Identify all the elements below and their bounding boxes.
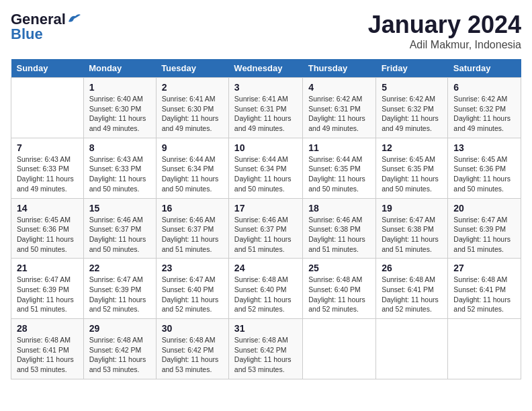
- day-cell: 1Sunrise: 6:40 AM Sunset: 6:30 PM Daylig…: [83, 78, 156, 138]
- day-cell: 18Sunrise: 6:46 AM Sunset: 6:38 PM Dayli…: [303, 198, 376, 259]
- logo-blue: Blue: [11, 26, 43, 43]
- week-row-2: 7Sunrise: 6:43 AM Sunset: 6:33 PM Daylig…: [11, 138, 521, 198]
- day-number: 26: [382, 263, 442, 273]
- logo: General Blue: [11, 11, 82, 43]
- day-number: 20: [453, 203, 515, 214]
- header-day-wednesday: Wednesday: [228, 59, 302, 78]
- day-cell: 5Sunrise: 6:42 AM Sunset: 6:32 PM Daylig…: [376, 78, 448, 138]
- day-number: 24: [234, 263, 297, 273]
- day-number: 23: [162, 263, 223, 273]
- day-number: 14: [17, 203, 78, 214]
- calendar-subtitle: Adil Makmur, Indonesia: [368, 39, 521, 51]
- calendar-table: SundayMondayTuesdayWednesdayThursdayFrid…: [11, 59, 521, 379]
- day-cell: 19Sunrise: 6:47 AM Sunset: 6:38 PM Dayli…: [376, 198, 448, 259]
- day-number: 3: [234, 82, 297, 93]
- week-row-1: 1Sunrise: 6:40 AM Sunset: 6:30 PM Daylig…: [11, 78, 521, 138]
- day-cell: 30Sunrise: 6:48 AM Sunset: 6:42 PM Dayli…: [156, 319, 228, 379]
- day-info: Sunrise: 6:40 AM Sunset: 6:30 PM Dayligh…: [89, 94, 150, 134]
- day-info: Sunrise: 6:42 AM Sunset: 6:32 PM Dayligh…: [382, 94, 442, 134]
- day-info: Sunrise: 6:48 AM Sunset: 6:42 PM Dayligh…: [89, 335, 150, 375]
- day-info: Sunrise: 6:42 AM Sunset: 6:32 PM Dayligh…: [453, 94, 515, 134]
- day-info: Sunrise: 6:47 AM Sunset: 6:39 PM Dayligh…: [17, 275, 78, 314]
- day-number: 28: [17, 323, 78, 334]
- day-cell: 15Sunrise: 6:46 AM Sunset: 6:37 PM Dayli…: [83, 198, 156, 259]
- header-day-friday: Friday: [376, 59, 448, 78]
- day-cell: [303, 319, 376, 379]
- calendar-title: January 2024: [368, 11, 521, 39]
- day-cell: 25Sunrise: 6:48 AM Sunset: 6:40 PM Dayli…: [303, 259, 376, 319]
- header-day-monday: Monday: [83, 59, 156, 78]
- day-number: 9: [162, 142, 223, 153]
- day-cell: 12Sunrise: 6:45 AM Sunset: 6:35 PM Dayli…: [376, 138, 448, 198]
- day-cell: 24Sunrise: 6:48 AM Sunset: 6:40 PM Dayli…: [228, 259, 302, 319]
- day-info: Sunrise: 6:45 AM Sunset: 6:35 PM Dayligh…: [382, 154, 442, 194]
- day-info: Sunrise: 6:41 AM Sunset: 6:31 PM Dayligh…: [234, 94, 297, 134]
- day-info: Sunrise: 6:47 AM Sunset: 6:39 PM Dayligh…: [89, 275, 150, 314]
- header-row: SundayMondayTuesdayWednesdayThursdayFrid…: [11, 59, 521, 78]
- day-info: Sunrise: 6:46 AM Sunset: 6:37 PM Dayligh…: [234, 215, 297, 255]
- day-number: 2: [162, 82, 223, 93]
- day-info: Sunrise: 6:47 AM Sunset: 6:40 PM Dayligh…: [162, 275, 223, 314]
- day-cell: 10Sunrise: 6:44 AM Sunset: 6:34 PM Dayli…: [228, 138, 302, 198]
- day-number: 4: [308, 82, 370, 93]
- day-cell: 14Sunrise: 6:45 AM Sunset: 6:36 PM Dayli…: [11, 198, 84, 259]
- day-info: Sunrise: 6:44 AM Sunset: 6:34 PM Dayligh…: [234, 154, 297, 194]
- logo-bird-icon: [67, 12, 82, 24]
- day-cell: 8Sunrise: 6:43 AM Sunset: 6:33 PM Daylig…: [83, 138, 156, 198]
- day-cell: 3Sunrise: 6:41 AM Sunset: 6:31 PM Daylig…: [228, 78, 302, 138]
- day-number: 25: [308, 263, 370, 273]
- day-number: 11: [308, 142, 370, 153]
- day-info: Sunrise: 6:45 AM Sunset: 6:36 PM Dayligh…: [453, 154, 515, 194]
- day-cell: 29Sunrise: 6:48 AM Sunset: 6:42 PM Dayli…: [83, 319, 156, 379]
- day-info: Sunrise: 6:48 AM Sunset: 6:41 PM Dayligh…: [17, 335, 78, 375]
- day-info: Sunrise: 6:42 AM Sunset: 6:31 PM Dayligh…: [308, 94, 370, 134]
- day-info: Sunrise: 6:46 AM Sunset: 6:37 PM Dayligh…: [89, 215, 150, 255]
- day-number: 31: [234, 323, 297, 334]
- day-cell: 2Sunrise: 6:41 AM Sunset: 6:30 PM Daylig…: [156, 78, 228, 138]
- day-cell: 7Sunrise: 6:43 AM Sunset: 6:33 PM Daylig…: [11, 138, 84, 198]
- week-row-3: 14Sunrise: 6:45 AM Sunset: 6:36 PM Dayli…: [11, 198, 521, 259]
- header-day-sunday: Sunday: [11, 59, 84, 78]
- day-number: 22: [89, 263, 150, 273]
- day-number: 10: [234, 142, 297, 153]
- day-number: 19: [382, 203, 442, 214]
- day-cell: 22Sunrise: 6:47 AM Sunset: 6:39 PM Dayli…: [83, 259, 156, 319]
- week-row-4: 21Sunrise: 6:47 AM Sunset: 6:39 PM Dayli…: [11, 259, 521, 319]
- day-number: 13: [453, 142, 515, 153]
- day-info: Sunrise: 6:48 AM Sunset: 6:40 PM Dayligh…: [234, 275, 297, 314]
- day-number: 29: [89, 323, 150, 334]
- day-info: Sunrise: 6:48 AM Sunset: 6:41 PM Dayligh…: [453, 275, 515, 314]
- day-info: Sunrise: 6:43 AM Sunset: 6:33 PM Dayligh…: [17, 154, 78, 194]
- day-info: Sunrise: 6:48 AM Sunset: 6:40 PM Dayligh…: [308, 275, 370, 314]
- day-info: Sunrise: 6:43 AM Sunset: 6:33 PM Dayligh…: [89, 154, 150, 194]
- day-info: Sunrise: 6:47 AM Sunset: 6:38 PM Dayligh…: [382, 215, 442, 255]
- day-info: Sunrise: 6:45 AM Sunset: 6:36 PM Dayligh…: [17, 215, 78, 255]
- day-info: Sunrise: 6:48 AM Sunset: 6:41 PM Dayligh…: [382, 275, 442, 314]
- day-cell: [376, 319, 448, 379]
- header: General Blue January 2024 Adil Makmur, I…: [11, 11, 521, 51]
- day-cell: 23Sunrise: 6:47 AM Sunset: 6:40 PM Dayli…: [156, 259, 228, 319]
- day-number: 27: [453, 263, 515, 273]
- day-cell: 20Sunrise: 6:47 AM Sunset: 6:39 PM Dayli…: [448, 198, 521, 259]
- day-number: 8: [89, 142, 150, 153]
- header-day-thursday: Thursday: [303, 59, 376, 78]
- day-number: 1: [89, 82, 150, 93]
- day-cell: 27Sunrise: 6:48 AM Sunset: 6:41 PM Dayli…: [448, 259, 521, 319]
- day-number: 30: [162, 323, 223, 334]
- week-row-5: 28Sunrise: 6:48 AM Sunset: 6:41 PM Dayli…: [11, 319, 521, 379]
- day-cell: 13Sunrise: 6:45 AM Sunset: 6:36 PM Dayli…: [448, 138, 521, 198]
- title-area: January 2024 Adil Makmur, Indonesia: [368, 11, 521, 51]
- day-info: Sunrise: 6:44 AM Sunset: 6:35 PM Dayligh…: [308, 154, 370, 194]
- day-cell: 28Sunrise: 6:48 AM Sunset: 6:41 PM Dayli…: [11, 319, 84, 379]
- day-cell: 6Sunrise: 6:42 AM Sunset: 6:32 PM Daylig…: [448, 78, 521, 138]
- day-info: Sunrise: 6:44 AM Sunset: 6:34 PM Dayligh…: [162, 154, 223, 194]
- header-day-saturday: Saturday: [448, 59, 521, 78]
- day-info: Sunrise: 6:46 AM Sunset: 6:37 PM Dayligh…: [162, 215, 223, 255]
- day-cell: 21Sunrise: 6:47 AM Sunset: 6:39 PM Dayli…: [11, 259, 84, 319]
- day-cell: 4Sunrise: 6:42 AM Sunset: 6:31 PM Daylig…: [303, 78, 376, 138]
- day-number: 5: [382, 82, 442, 93]
- day-number: 21: [17, 263, 78, 273]
- day-number: 7: [17, 142, 78, 153]
- day-cell: 16Sunrise: 6:46 AM Sunset: 6:37 PM Dayli…: [156, 198, 228, 259]
- day-cell: 17Sunrise: 6:46 AM Sunset: 6:37 PM Dayli…: [228, 198, 302, 259]
